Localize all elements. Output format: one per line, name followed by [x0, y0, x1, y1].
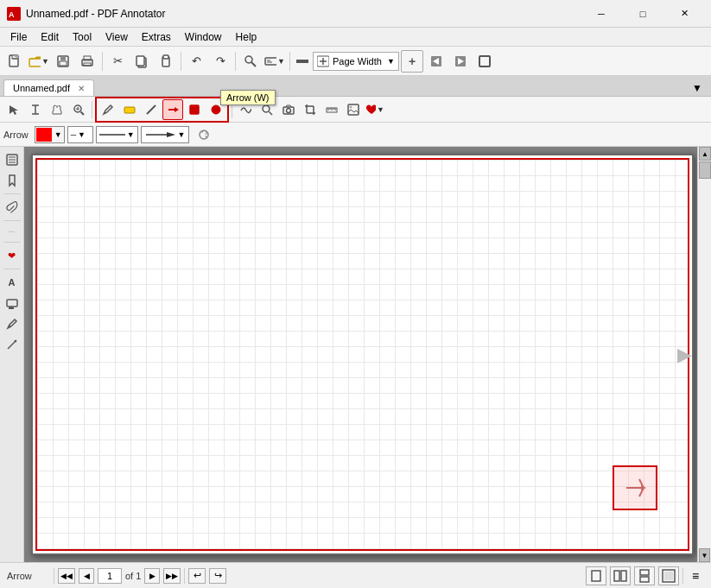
highlight-draw-button[interactable] — [119, 99, 140, 120]
pdf-content-area[interactable]: ▶ ▲ ▼ — [24, 147, 711, 562]
scroll-up-button[interactable]: ▲ — [699, 147, 711, 161]
redo-button[interactable]: ↷ — [209, 50, 232, 73]
ruler-button[interactable] — [321, 99, 342, 120]
svg-rect-19 — [265, 58, 276, 65]
heart-button[interactable]: ▼ — [365, 99, 385, 120]
toolbar-sep-2 — [181, 52, 181, 71]
menu-view[interactable]: View — [98, 28, 135, 47]
arrow-left-button[interactable] — [3, 335, 22, 354]
page-nav-back[interactable] — [425, 50, 448, 73]
toolbar-sep-4 — [289, 52, 290, 71]
scroll-down-button[interactable]: ▼ — [699, 548, 710, 562]
svg-rect-82 — [640, 577, 649, 582]
scroll-thumb[interactable] — [699, 161, 711, 179]
menu-edit[interactable]: Edit — [34, 28, 66, 47]
line-draw-button[interactable] — [141, 99, 162, 120]
document-tab[interactable]: Unnamed.pdf ✕ — [3, 79, 94, 96]
copy-button[interactable] — [130, 50, 153, 73]
status-menu-button[interactable]: ≡ — [687, 566, 704, 585]
arrow-settings-button[interactable] — [194, 124, 214, 145]
cut-button[interactable]: ✂ — [106, 50, 129, 73]
arrow-style-button[interactable]: ▼ — [141, 126, 189, 143]
maximize-button[interactable]: □ — [623, 0, 663, 28]
annotation-toolbar-row: ▼ — [0, 97, 711, 123]
arrow-properties-toolbar: Arrow ▼ ─ ▼ ▼ ▼ — [0, 123, 711, 147]
svg-line-65 — [206, 136, 206, 138]
print-button[interactable] — [76, 50, 98, 73]
scroll-right-arrow: ▶ — [677, 344, 692, 366]
continuous-view-button[interactable] — [634, 566, 655, 585]
attachments-button[interactable] — [3, 198, 22, 217]
menu-help[interactable]: Help — [229, 28, 264, 47]
color-dropdown-arrow: ▼ — [53, 130, 64, 139]
first-page-button[interactable]: ◀◀ — [58, 568, 75, 584]
main-toolbar: ▼ ✂ ↶ ↷ ▼ Page Width ▼ + — [0, 47, 711, 76]
double-page-view-button[interactable] — [610, 566, 631, 585]
tab-close-button[interactable]: ✕ — [78, 84, 85, 93]
next-page-button[interactable]: ▶ — [144, 568, 160, 584]
page-nav-forward[interactable] — [449, 50, 472, 73]
crop-button[interactable] — [300, 99, 321, 120]
tab-dropdown-button[interactable]: ▼ — [687, 80, 708, 96]
arrow-tool-label: Arrow — [3, 130, 29, 140]
menu-tool[interactable]: Tool — [66, 28, 98, 47]
pan-tool-button[interactable] — [47, 99, 67, 120]
pen-draw-button[interactable] — [98, 99, 118, 120]
add-page-button[interactable]: + — [401, 50, 423, 73]
menu-file[interactable]: File — [3, 28, 34, 47]
status-tool-label: Arrow — [7, 571, 50, 581]
line-style-button[interactable]: ▼ — [96, 126, 138, 143]
forward-button[interactable]: ↪ — [209, 568, 226, 584]
fit-view-button[interactable] — [658, 566, 679, 585]
svg-rect-8 — [60, 56, 66, 60]
svg-rect-59 — [348, 104, 359, 115]
find-button[interactable] — [239, 50, 262, 73]
sidebar-collapse-dots[interactable]: ··· — [3, 224, 22, 238]
paste-button[interactable] — [155, 50, 177, 73]
svg-rect-81 — [640, 570, 649, 575]
text-select-button[interactable] — [25, 99, 46, 120]
zoom-select-button[interactable] — [68, 99, 89, 120]
arrow-draw-button[interactable] — [162, 99, 183, 120]
undo-button[interactable]: ↶ — [185, 50, 207, 73]
svg-marker-31 — [10, 105, 18, 115]
svg-point-44 — [212, 105, 220, 114]
select-tool-button[interactable] — [3, 99, 24, 120]
insert-image-button[interactable] — [343, 99, 364, 120]
sidebar-sep-1 — [3, 193, 21, 194]
rect-draw-button[interactable] — [184, 99, 205, 120]
single-page-view-button[interactable] — [586, 566, 606, 585]
zoom-dropdown[interactable]: Page Width ▼ — [313, 52, 399, 71]
menu-window[interactable]: Window — [178, 28, 229, 47]
prev-page-button[interactable]: ◀ — [79, 568, 94, 584]
menu-extras[interactable]: Extras — [135, 28, 178, 47]
pages-panel-button[interactable] — [3, 150, 22, 169]
svg-line-18 — [251, 62, 256, 66]
close-button[interactable]: ✕ — [664, 0, 704, 28]
new-button[interactable] — [3, 50, 26, 73]
stamp-left-button[interactable] — [3, 294, 22, 313]
page-number-input[interactable] — [98, 568, 122, 584]
last-page-button[interactable]: ▶▶ — [163, 568, 181, 584]
favorites-button[interactable]: ❤ — [3, 246, 22, 265]
line-width-arrow: ▼ — [78, 130, 86, 139]
minimize-button[interactable]: ─ — [581, 0, 621, 28]
open-button[interactable]: ▼ — [28, 50, 50, 73]
stamps-button[interactable]: ▼ — [263, 50, 286, 73]
text-note-button[interactable]: A — [3, 273, 22, 292]
drawing-tools-group — [95, 97, 229, 123]
svg-rect-16 — [163, 55, 168, 59]
bookmarks-button[interactable] — [3, 171, 22, 190]
svg-point-17 — [245, 56, 252, 63]
back-button[interactable]: ↩ — [188, 568, 206, 584]
color-picker-button[interactable]: ▼ — [35, 126, 65, 143]
v-scrollbar[interactable]: ▲ ▼ — [697, 147, 711, 562]
svg-rect-43 — [190, 105, 199, 114]
pen-left-button[interactable] — [3, 314, 22, 333]
status-bar: Arrow ◀◀ ◀ of 1 ▶ ▶▶ ↩ ↪ ≡ — [0, 562, 711, 588]
view-toggle-button[interactable] — [473, 50, 496, 73]
zoom-out-button[interactable] — [294, 50, 311, 73]
camera-button[interactable] — [278, 99, 299, 120]
line-width-button[interactable]: ─ ▼ — [67, 126, 93, 143]
save-button[interactable] — [52, 50, 74, 73]
